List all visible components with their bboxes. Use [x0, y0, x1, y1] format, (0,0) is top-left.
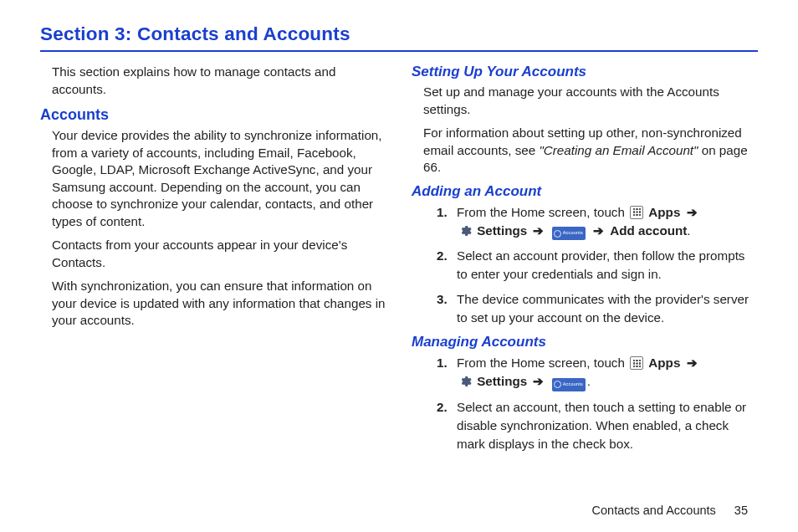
managing-steps: 1. From the Home screen, touch Apps ➔ Se… — [437, 354, 758, 453]
gear-icon — [458, 224, 472, 238]
left-column: This section explains how to manage cont… — [40, 64, 386, 460]
managing-step-1: 1. From the Home screen, touch Apps ➔ Se… — [437, 354, 758, 391]
arrow-icon: ➔ — [533, 223, 544, 238]
apps-icon — [630, 206, 643, 219]
apps-label: Apps — [648, 205, 680, 219]
footer-title: Contacts and Accounts — [592, 504, 716, 517]
accounts-icon-label: Accounts — [563, 230, 583, 237]
setup-p2: For information about setting up other, … — [423, 125, 758, 176]
step-number: 2. — [437, 247, 448, 265]
step3-text: The device communicates with the provide… — [457, 292, 749, 325]
step-number: 1. — [437, 203, 448, 222]
mstep1-text-a: From the Home screen, touch — [457, 356, 628, 370]
apps-label: Apps — [648, 356, 680, 370]
setup-p1: Set up and manage your accounts with the… — [423, 84, 758, 118]
adding-steps: 1. From the Home screen, touch Apps ➔ Se… — [437, 203, 758, 328]
email-ref-link[interactable]: "Creating an Email Account" — [539, 143, 698, 157]
footer: Contacts and Accounts35 — [592, 504, 748, 517]
adding-step-1: 1. From the Home screen, touch Apps ➔ Se… — [437, 203, 758, 241]
accounts-icon: Accounts — [552, 227, 586, 240]
settings-label: Settings — [477, 374, 527, 388]
step-number: 2. — [437, 398, 448, 417]
mstep2-text: Select an account, then touch a setting … — [457, 400, 746, 451]
step-number: 1. — [437, 354, 448, 372]
right-column: Setting Up Your Accounts Set up and mana… — [412, 64, 758, 460]
gear-icon — [458, 375, 472, 388]
accounts-icon: Accounts — [552, 378, 586, 391]
accounts-p2: Contacts from your accounts appear in yo… — [52, 237, 386, 271]
accounts-icon-label: Accounts — [563, 381, 583, 388]
step-number: 3. — [437, 290, 448, 309]
managing-step-2: 2. Select an account, then touch a setti… — [437, 398, 758, 453]
managing-heading: Managing Accounts — [412, 334, 758, 350]
step1-text-a: From the Home screen, touch — [457, 205, 628, 219]
accounts-p3: With synchronization, you can ensure tha… — [52, 278, 386, 330]
adding-step-2: 2. Select an account provider, then foll… — [437, 247, 758, 284]
setup-heading: Setting Up Your Accounts — [412, 64, 758, 80]
adding-heading: Adding an Account — [412, 183, 758, 200]
arrow-icon: ➔ — [687, 356, 698, 370]
section-title: Section 3: Contacts and Accounts — [40, 23, 758, 52]
arrow-icon: ➔ — [687, 205, 698, 219]
adding-step-3: 3. The device communicates with the prov… — [437, 290, 758, 327]
arrow-icon: ➔ — [533, 374, 544, 388]
columns: This section explains how to manage cont… — [40, 64, 758, 460]
arrow-icon: ➔ — [593, 223, 604, 238]
settings-label: Settings — [477, 223, 527, 238]
add-account-label: Add account — [610, 223, 687, 238]
accounts-heading: Accounts — [40, 106, 386, 124]
accounts-p1: Your device provides the ability to sync… — [52, 127, 386, 230]
intro-text: This section explains how to manage cont… — [52, 64, 386, 98]
page-number: 35 — [734, 504, 748, 517]
apps-icon — [630, 356, 643, 370]
page: Section 3: Contacts and Accounts This se… — [0, 0, 798, 532]
step2-text: Select an account provider, then follow … — [457, 248, 744, 281]
